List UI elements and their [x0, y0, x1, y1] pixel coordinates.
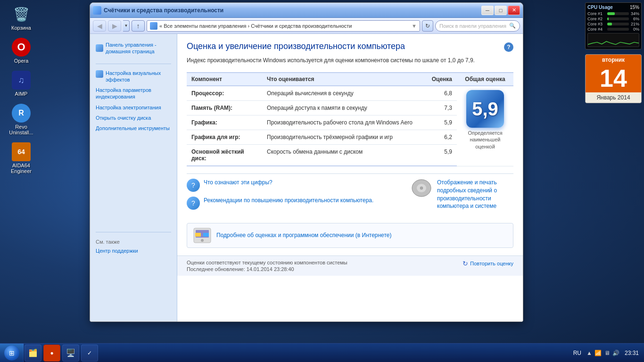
taskbar-explorer-button[interactable]: 🗂️ — [25, 345, 41, 362]
sidebar-support-label: Центр поддержки — [96, 247, 138, 254]
help-button[interactable]: ? — [504, 42, 513, 52]
desktop-icons: 🗑️ Корзина O Opera ♫ AIMP R Revo Uninsta… — [5, 5, 38, 174]
calendar-widget: вторник 14 Январь 2014 — [585, 54, 642, 103]
calendar-day-number: 14 — [586, 65, 641, 92]
windows-icon: ⊞ — [9, 349, 15, 357]
sidebar-link-tools[interactable]: Дополнительные инструменты — [90, 123, 177, 133]
desktop-icon-label: AIDA64 Engineer — [5, 163, 38, 174]
forward-button[interactable]: ▶ — [108, 20, 121, 32]
sidebar-link-cleanup[interactable]: Открыть очистку диска — [90, 113, 177, 123]
cd-icon — [410, 179, 433, 197]
speaker-icon[interactable]: 🔊 — [612, 349, 620, 357]
row-score: 7,3 — [419, 101, 457, 115]
sidebar-support-link[interactable]: Центр поддержки — [90, 246, 177, 256]
see-also-title: См. также — [90, 236, 177, 246]
taskbar-btn4[interactable]: ✓ — [81, 345, 98, 362]
row-score: 5,9 — [419, 115, 457, 130]
desktop-icon-label: Revo Uninstall... — [5, 124, 38, 135]
desktop-icon-recycle[interactable]: 🗑️ Корзина — [5, 5, 38, 31]
footer-status: Оценки соответствуют текущему состоянию … — [187, 260, 347, 265]
sidebar-visual-label: Настройка визуальных эффектов — [106, 70, 171, 83]
cpu-percent: 15% — [630, 5, 639, 10]
see-also-divider — [96, 232, 171, 232]
cpu-core2-track — [607, 17, 629, 20]
svg-point-5 — [201, 239, 204, 242]
cpu-core3-label: Core #3 — [587, 22, 607, 26]
calendar-day-name: вторник — [586, 55, 641, 65]
nav-dropdown[interactable]: ▼ — [123, 20, 130, 32]
software-details-link[interactable]: Подробнее об оценках и программном обесп… — [216, 231, 391, 239]
cpu-core1-track — [607, 12, 629, 15]
repeat-assessment-button[interactable]: ↻ Повторить оценку — [462, 260, 513, 267]
taskbar-language: RU — [571, 350, 584, 356]
desktop-icon-label: AIMP — [15, 91, 28, 97]
desktop-icon-aida64[interactable]: 64 AIDA64 Engineer — [5, 142, 38, 174]
overall-score-cell: 5,9 Определяется наименьшей оценкой — [457, 86, 513, 166]
desktop: 🗑️ Корзина O Opera ♫ AIMP R Revo Uninsta… — [0, 0, 644, 362]
overall-score-number: 5,9 — [472, 99, 498, 120]
taskbar-btn3[interactable]: 🖥️ — [62, 345, 79, 362]
cpu-graph — [587, 33, 639, 47]
overall-score-box: 5,9 — [466, 90, 504, 128]
search-bar[interactable]: Поиск в панели управления 🔍 — [435, 20, 520, 32]
col-overall: Общая оценка — [457, 73, 513, 86]
calendar-month-year: Январь 2014 — [586, 92, 641, 103]
desktop-icon-opera[interactable]: O Opera — [5, 38, 38, 64]
software-icon — [193, 227, 212, 244]
btn4-icon: ✓ — [87, 350, 92, 356]
btn3-icon: 🖥️ — [66, 348, 75, 357]
cpu-core2-fill — [607, 17, 609, 20]
table-row: Процессор: Операций вычисления в секунду… — [187, 86, 513, 101]
cpu-core3-track — [607, 23, 629, 25]
print-details-link[interactable]: Отображение и печать подробных сведений … — [437, 179, 513, 210]
cpu-core1-fill — [607, 12, 615, 15]
cpu-title: CPU Usage — [587, 5, 613, 10]
sidebar-link-power[interactable]: Настройка электропитания — [90, 102, 177, 113]
cpu-core1-val: 34% — [629, 11, 639, 16]
desktop-icon-revo[interactable]: R Revo Uninstall... — [5, 104, 38, 135]
display-icon[interactable]: 🖥 — [603, 349, 611, 357]
sidebar-link-visual[interactable]: Настройка визуальных эффектов — [90, 68, 177, 85]
row-desc: Скорость обмена данными с диском — [262, 145, 419, 166]
overall-score-label: Определяется наименьшей оценкой — [462, 130, 509, 150]
page-title: Оценка и увеличение производительности к… — [187, 41, 405, 51]
breadcrumb-text: « Все элементы панели управления › Счётч… — [159, 23, 352, 29]
close-button[interactable]: ✕ — [508, 6, 520, 15]
network-icon[interactable]: 📶 — [594, 349, 602, 357]
start-button[interactable]: ⊞ — [0, 344, 24, 362]
content-footer: Оценки соответствуют текущему состоянию … — [177, 255, 523, 276]
what-numbers-item: ? Что означают эти цифры? — [187, 179, 410, 192]
taskbar-system-icons: ▲ 📶 🖥 🔊 — [586, 349, 620, 357]
desktop-icon-label: Корзина — [11, 25, 31, 31]
cpu-core1-label: Core #1 — [587, 11, 607, 16]
svg-rect-7 — [203, 233, 209, 237]
taskbar-right: RU ▲ 📶 🖥 🔊 23:31 — [571, 349, 644, 357]
row-score: 5,9 — [419, 145, 457, 166]
row-desc: Операций вычисления в секунду — [262, 86, 419, 101]
taskbar: ⊞ 🗂️ ● 🖥️ ✓ RU ▲ 📶 🖥 🔊 23:31 — [0, 343, 644, 362]
cpu-core4-track — [607, 28, 629, 31]
sidebar-link-index[interactable]: Настройка параметров индексирования — [90, 85, 177, 102]
sidebar-home-link[interactable]: Панель управления - домашняя страница — [106, 41, 171, 55]
sidebar-index-label: Настройка параметров индексирования — [96, 87, 171, 100]
software-box: Подробнее об оценках и программном обесп… — [187, 223, 513, 248]
col-component: Компонент — [187, 73, 262, 86]
cpu-core2-val: 6% — [629, 16, 639, 21]
refresh-button[interactable]: ↻ — [422, 20, 433, 32]
up-arrow-icon[interactable]: ▲ — [586, 349, 593, 357]
window-titlebar: Счётчики и средства производительности ─… — [90, 3, 523, 18]
desktop-icon-aimp[interactable]: ♫ AIMP — [5, 71, 38, 97]
svg-point-2 — [420, 187, 423, 189]
taskbar-btn2[interactable]: ● — [43, 345, 60, 362]
recommendations-link[interactable]: Рекомендации по повышению производительн… — [204, 197, 373, 205]
links-right: Отображение и печать подробных сведений … — [410, 179, 513, 210]
breadcrumb[interactable]: « Все элементы панели управления › Счётч… — [147, 20, 420, 32]
minimize-button[interactable]: ─ — [481, 6, 494, 15]
back-button[interactable]: ◀ — [93, 20, 106, 32]
up-button[interactable]: ↑ — [132, 20, 145, 32]
window-icon — [93, 6, 101, 15]
what-numbers-link[interactable]: Что означают эти цифры? — [204, 179, 272, 187]
svg-rect-6 — [195, 233, 201, 237]
maximize-button[interactable]: □ — [495, 6, 507, 15]
question-icon: ? — [187, 179, 200, 192]
